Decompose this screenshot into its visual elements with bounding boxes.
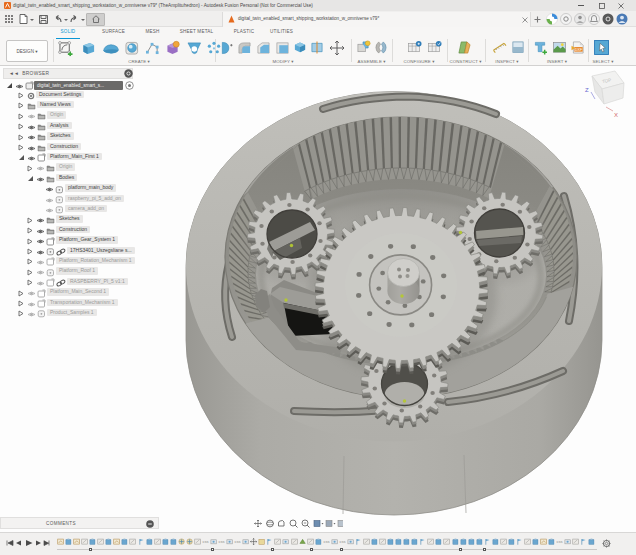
- svg-text:css: css: [202, 539, 208, 544]
- svg-text:css: css: [235, 539, 241, 544]
- svg-text:X: X: [614, 112, 618, 118]
- svg-text:css: css: [323, 539, 329, 544]
- svg-text:css: css: [557, 539, 563, 544]
- svg-text:css: css: [339, 539, 345, 544]
- svg-text:css: css: [218, 539, 224, 544]
- svg-text:Z: Z: [585, 87, 589, 93]
